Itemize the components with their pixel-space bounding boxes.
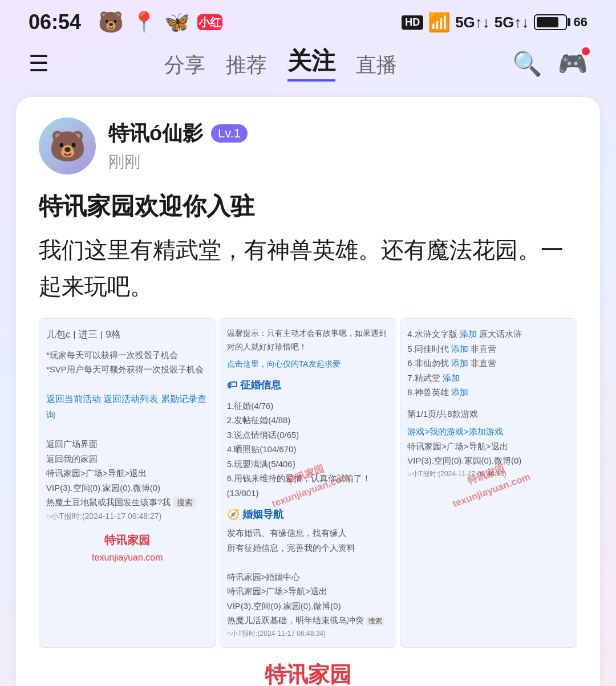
- status-bar: 06:54 🐻 📍 🦋 小红 HD 📶 5G↑↓ 5G↑↓ 66: [0, 0, 616, 40]
- app-icon-3: 🦋: [164, 10, 189, 35]
- screenshot-grid: 儿包c | 进三 | 9格 *玩家每天可以获得一次投骰子机会 *SVP用户每天可…: [39, 318, 577, 648]
- post-title: 特讯家园欢迎你入驻: [39, 190, 577, 222]
- post-card: 🐻 特讯ó仙影 Lv.1 刚刚 特讯家园欢迎你入驻 我们这里有精武堂，有神兽英雄…: [16, 97, 600, 686]
- nav-bar: ☰ 分享 推荐 关注 直播 🔍 🎮: [0, 40, 616, 91]
- notification-dot: [582, 47, 590, 55]
- menu-icon[interactable]: ☰: [29, 50, 49, 76]
- right-page-info: 第1/1页/共8款游戏 游戏>我的游戏>添加游戏 特讯家园>广场>导航>退出 V…: [407, 407, 570, 480]
- wifi-icon: 📶: [428, 11, 451, 33]
- user-name-row: 特讯ó仙影 Lv.1: [108, 120, 577, 148]
- signal-5g-1: 5G↑↓: [455, 14, 490, 31]
- user-avatar[interactable]: 🐻: [39, 117, 96, 174]
- center-section2: 🧭 婚姻导航 发布婚讯、有缘信息，找有缘人 所有征婚信息，完善我的个人资料 特讯…: [227, 506, 390, 639]
- brand-name: 特讯家园: [39, 660, 577, 686]
- user-header: 🐻 特讯ó仙影 Lv.1 刚刚: [39, 117, 577, 174]
- tab-follow[interactable]: 关注: [287, 45, 335, 82]
- nav-tabs: 分享 推荐 关注 直播: [164, 45, 397, 82]
- center-warm-tip: 温馨提示：只有主动才会有故事嗯，如果遇到对的人就好好珍惜吧！: [227, 327, 390, 354]
- battery-fill: [537, 17, 558, 27]
- game-icon[interactable]: 🎮: [558, 50, 587, 78]
- screenshot-panel-right: 特讯家园texunjiayuan.com 4.水浒文字版 添加 原大话水浒 5.…: [400, 318, 577, 648]
- hd-badge: HD: [402, 15, 423, 30]
- nav-right-icons: 🔍 🎮: [512, 50, 587, 78]
- app-icon-1: 🐻: [98, 10, 123, 35]
- battery-percent: 66: [574, 15, 587, 30]
- tab-hot[interactable]: 分享: [164, 51, 205, 82]
- user-post-time: 刚刚: [108, 151, 577, 173]
- screenshot-panel-center: 特讯家园texunjiayuan.com 温馨提示：只有主动才会有故事嗯，如果遇…: [220, 318, 397, 648]
- center-section-header: 🏷 征婚信息: [227, 376, 390, 394]
- app-icon-2: 📍: [131, 10, 156, 35]
- panel-left-header: 儿包c | 进三 | 9格: [46, 327, 209, 343]
- user-info: 特讯ó仙影 Lv.1 刚刚: [108, 120, 577, 173]
- search-icon[interactable]: 🔍: [512, 50, 542, 78]
- signal-5g-2: 5G↑↓: [495, 14, 529, 31]
- post-body: 我们这里有精武堂，有神兽英雄。还有魔法花园。一起来玩吧。: [39, 232, 577, 305]
- post-brand-section: 特讯家园 texunjiayuan.com: [39, 660, 577, 686]
- panel-left-content: *玩家每天可以获得一次投骰子机会 *SVP用户每天可额外获得一次投骰子机会 返回…: [46, 348, 209, 523]
- status-right-icons: HD 📶 5G↑↓ 5G↑↓ 66: [402, 11, 587, 33]
- tab-live[interactable]: 直播: [356, 51, 397, 82]
- screenshot-panel-left: 儿包c | 进三 | 9格 *玩家每天可以获得一次投骰子机会 *SVP用户每天可…: [39, 318, 216, 648]
- panel-left-brand: 特讯家园 texunjiayuan.com: [46, 530, 209, 565]
- user-name[interactable]: 特讯ó仙影: [108, 120, 203, 148]
- user-level-badge: Lv.1: [211, 124, 248, 143]
- status-time: 06:54: [29, 10, 81, 34]
- status-app-icons: 🐻 📍 🦋 小红: [98, 10, 222, 35]
- right-items: 4.水浒文字版 添加 原大话水浒 5.同佳时代 添加 非直营 6.非仙勿扰 添加…: [407, 327, 570, 400]
- center-items: 1.征婚(4/76) 2.发帖征婚(4/88) 3.说点情悄话(0/65) 4.…: [227, 399, 390, 501]
- center-click-link: 点击这里，向心仪的TA发起求爱: [227, 358, 390, 371]
- tab-recommend[interactable]: 推荐: [226, 51, 267, 82]
- battery-indicator: [534, 14, 567, 30]
- app-icon-xiaohong: 小红: [197, 14, 222, 30]
